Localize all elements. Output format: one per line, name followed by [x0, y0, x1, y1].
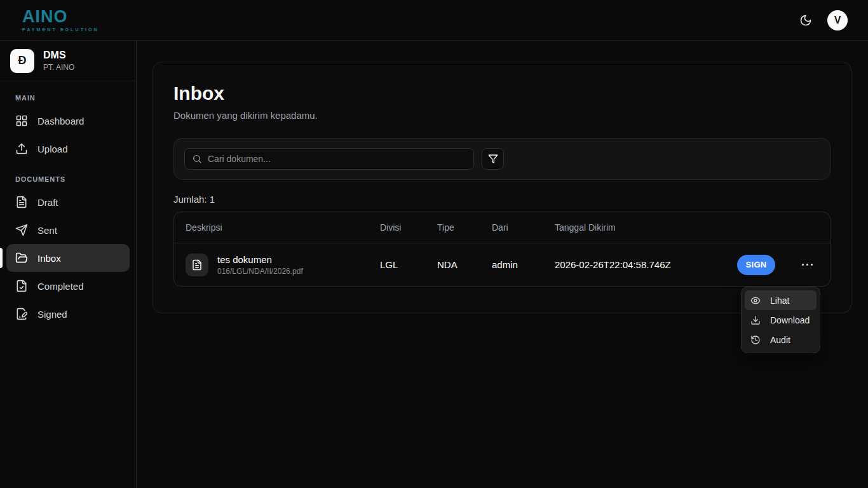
main-content: Inbox Dokumen yang dikirim kepadamu. Jum…: [137, 41, 868, 488]
document-title: tes dokumen: [217, 254, 303, 265]
eye-icon: [750, 295, 761, 306]
table-row: tes dokumen 016/LGL/NDA/II/2026.pdf LGL …: [174, 243, 830, 286]
sidebar-item-draft[interactable]: Draft: [6, 188, 130, 216]
filter-icon: [488, 154, 498, 164]
result-count: Jumlah: 1: [173, 194, 831, 205]
document-filename: 016/LGL/NDA/II/2026.pdf: [217, 267, 303, 276]
sidebar-item-label: Sent: [37, 225, 57, 236]
menu-item-lihat[interactable]: Lihat: [745, 290, 817, 310]
app-name: DMS: [43, 50, 74, 61]
sidebar-item-upload[interactable]: Upload: [6, 135, 130, 163]
sidebar-item-label: Inbox: [37, 253, 61, 264]
page-subtitle: Dokumen yang dikirim kepadamu.: [173, 110, 831, 121]
brand-logo-subtext: PAYMENT SOLUTION: [22, 27, 99, 32]
column-header-tipe: Tipe: [437, 222, 492, 233]
filter-button[interactable]: [482, 148, 504, 170]
sidebar-item-signed[interactable]: Signed: [6, 300, 130, 328]
sign-button[interactable]: SIGN: [737, 255, 775, 275]
menu-item-label: Audit: [770, 335, 790, 345]
send-icon: [15, 224, 28, 236]
search-input[interactable]: [208, 154, 466, 164]
search-box: [184, 148, 474, 170]
file-text-icon: [15, 196, 28, 208]
cell-divisi: LGL: [380, 259, 437, 270]
cell-tanggal: 2026-02-26T22:04:58.746Z: [555, 259, 737, 270]
row-actions: SIGN: [737, 255, 818, 275]
row-context-menu: Lihat Download Audit: [741, 287, 820, 353]
page-title: Inbox: [173, 83, 831, 104]
sidebar: Đ DMS PT. AINO MAIN Dashboard Upload DOC…: [0, 41, 137, 488]
menu-item-label: Lihat: [770, 295, 789, 306]
brand-logo-text: AINO: [22, 8, 99, 25]
app-org: PT. AINO: [43, 63, 74, 72]
sidebar-item-sent[interactable]: Sent: [6, 216, 130, 244]
sidebar-item-label: Signed: [37, 309, 67, 320]
upload-icon: [15, 142, 28, 155]
cell-dari: admin: [492, 259, 555, 270]
sidebar-section-documents: DOCUMENTS: [15, 175, 121, 183]
menu-item-download[interactable]: Download: [745, 310, 817, 330]
sidebar-item-label: Dashboard: [37, 116, 84, 126]
history-icon: [750, 335, 761, 345]
column-header-dari: Dari: [492, 222, 555, 233]
cell-tipe: NDA: [437, 259, 492, 270]
brand-logo: AINO PAYMENT SOLUTION: [22, 8, 99, 32]
menu-item-label: Download: [770, 315, 810, 325]
row-menu-button[interactable]: [801, 260, 814, 269]
sidebar-item-completed[interactable]: Completed: [6, 272, 130, 300]
menu-item-audit[interactable]: Audit: [745, 330, 817, 349]
sidebar-item-dashboard[interactable]: Dashboard: [6, 107, 130, 135]
inbox-card: Inbox Dokumen yang dikirim kepadamu. Jum…: [153, 62, 851, 313]
ellipsis-icon: [802, 264, 813, 266]
column-header-divisi: Divisi: [380, 222, 437, 233]
sidebar-item-label: Draft: [37, 197, 58, 208]
sidebar-item-inbox[interactable]: Inbox: [6, 244, 130, 272]
folder-open-icon: [15, 252, 28, 264]
search-panel: [173, 138, 831, 180]
user-avatar[interactable]: V: [827, 10, 848, 30]
file-text-icon: [191, 259, 203, 271]
sidebar-app-header[interactable]: Đ DMS PT. AINO: [0, 41, 136, 81]
dashboard-icon: [15, 114, 28, 127]
download-icon: [750, 315, 761, 325]
documents-table: Deskripsi Divisi Tipe Dari Tanggal Dikir…: [173, 212, 831, 287]
file-signature-icon: [15, 308, 28, 320]
dark-mode-toggle[interactable]: [799, 14, 812, 27]
topbar: AINO PAYMENT SOLUTION V: [0, 0, 868, 41]
sidebar-section-main: MAIN: [15, 94, 121, 102]
sidebar-item-label: Upload: [37, 144, 68, 154]
search-icon: [192, 154, 202, 164]
moon-icon: [799, 14, 812, 27]
file-check-icon: [15, 280, 28, 292]
sidebar-item-label: Completed: [37, 281, 84, 292]
active-indicator-bar: [0, 248, 3, 268]
topbar-right: V: [799, 10, 848, 30]
app-badge: Đ: [10, 49, 34, 73]
column-header-tanggal: Tanggal Dikirim: [555, 222, 737, 233]
document-cell: tes dokumen 016/LGL/NDA/II/2026.pdf: [186, 254, 380, 276]
column-header-deskripsi: Deskripsi: [186, 222, 380, 233]
document-thumb: [186, 254, 208, 276]
table-header-row: Deskripsi Divisi Tipe Dari Tanggal Dikir…: [174, 212, 830, 243]
